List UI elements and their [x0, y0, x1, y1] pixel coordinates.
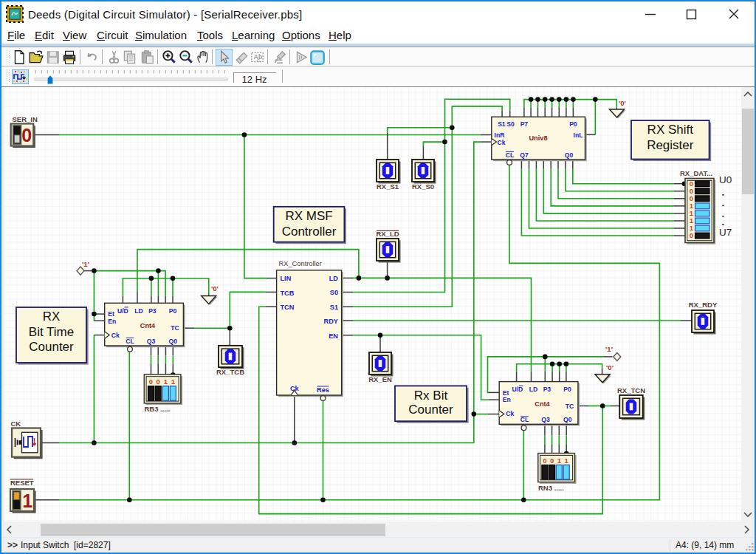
svg-text:Q0: Q0	[565, 151, 574, 159]
svg-text:Rx Bit: Rx Bit	[414, 389, 448, 403]
svg-text:SER_IN: SER_IN	[13, 115, 38, 123]
svg-text:'0': '0'	[619, 99, 626, 107]
svg-text:RX_TCN: RX_TCN	[617, 386, 645, 394]
svg-text:1: 1	[164, 377, 168, 386]
svg-text:TCB: TCB	[281, 290, 295, 297]
svg-text:Register: Register	[647, 138, 694, 152]
svg-text:S1: S1	[330, 304, 338, 311]
svg-text:TC: TC	[171, 324, 179, 332]
svg-text:c: c	[256, 57, 259, 64]
svg-text:RX_Controller: RX_Controller	[279, 260, 322, 267]
svg-text:Univ8: Univ8	[529, 134, 547, 142]
svg-text:'1': '1'	[82, 260, 89, 268]
svg-text:P0: P0	[569, 120, 577, 128]
svg-text:Ck: Ck	[498, 139, 506, 146]
svg-text:Q7: Q7	[520, 151, 529, 159]
svg-text:1: 1	[22, 490, 32, 511]
svg-text:CL: CL	[506, 151, 514, 159]
svg-text:Et: Et	[108, 310, 114, 318]
svg-text:RX_DAT...: RX_DAT...	[680, 169, 712, 177]
svg-text:Ck: Ck	[111, 332, 120, 339]
svg-text:P3: P3	[543, 386, 551, 393]
svg-text:CL: CL	[126, 338, 134, 345]
svg-text:Cnt4: Cnt4	[535, 400, 550, 408]
svg-text:InL: InL	[574, 131, 583, 139]
svg-text:'0': '0'	[211, 284, 219, 293]
svg-text:En: En	[503, 396, 511, 403]
svg-text:U0: U0	[719, 174, 732, 185]
svg-text:EN: EN	[329, 332, 338, 340]
svg-text:LD: LD	[329, 275, 339, 282]
svg-text:RX_S1: RX_S1	[377, 182, 399, 191]
svg-text:RX Shift: RX Shift	[647, 123, 694, 137]
svg-text:RB3 .....: RB3 .....	[145, 405, 171, 413]
svg-text:RX_EN: RX_EN	[368, 375, 392, 383]
svg-text:0: 0	[149, 377, 153, 386]
svg-text:1: 1	[565, 456, 569, 465]
svg-text:TC: TC	[566, 403, 574, 410]
svg-text:TCN: TCN	[281, 304, 295, 311]
svg-text:Q0: Q0	[563, 416, 572, 423]
svg-text:Bit Time: Bit Time	[29, 325, 74, 339]
svg-text:CK: CK	[11, 420, 21, 428]
svg-text:Counter: Counter	[29, 340, 74, 354]
svg-text:U/D: U/D	[117, 307, 128, 315]
svg-text:RX_RDY: RX_RDY	[689, 301, 718, 309]
svg-text:RX: RX	[43, 310, 61, 324]
svg-text:En: En	[108, 318, 116, 325]
svg-text:'1': '1'	[605, 345, 613, 353]
svg-text:U/D: U/D	[512, 386, 523, 393]
svg-text:RX_TCB: RX_TCB	[216, 368, 244, 376]
svg-text:RX MSF: RX MSF	[285, 209, 332, 223]
svg-text:0: 0	[157, 377, 160, 386]
svg-text:Q3: Q3	[541, 416, 550, 423]
svg-text:CL: CL	[520, 416, 529, 423]
svg-text:1: 1	[557, 456, 562, 465]
svg-text:LD: LD	[529, 386, 537, 393]
svg-text:RN3 .....: RN3 .....	[538, 484, 564, 492]
svg-text:RDY: RDY	[324, 318, 338, 325]
svg-text:Ck: Ck	[506, 410, 514, 417]
svg-text:Q0: Q0	[169, 338, 178, 345]
svg-text:Q3: Q3	[147, 338, 156, 345]
svg-text:S1: S1	[498, 120, 506, 128]
svg-text:Controller: Controller	[282, 225, 337, 239]
svg-text:Et: Et	[503, 389, 509, 397]
svg-text:LIN: LIN	[281, 275, 292, 282]
svg-text:0: 0	[21, 125, 32, 146]
svg-text:0: 0	[690, 231, 693, 239]
svg-text:P3: P3	[148, 307, 157, 315]
svg-text:Cnt4: Cnt4	[140, 322, 156, 329]
svg-text:'0': '0'	[606, 363, 614, 372]
svg-text:S0: S0	[330, 289, 338, 296]
svg-text:P7: P7	[520, 120, 529, 128]
svg-text:U7: U7	[719, 227, 732, 238]
svg-text:Res: Res	[317, 386, 329, 394]
svg-text:0: 0	[543, 456, 546, 465]
svg-text:P0: P0	[563, 386, 571, 393]
svg-text:1: 1	[171, 377, 176, 386]
svg-text:RX_S0: RX_S0	[412, 182, 434, 191]
svg-text:InR: InR	[495, 131, 506, 139]
svg-text:P0: P0	[169, 307, 177, 315]
svg-text:Counter: Counter	[408, 403, 453, 417]
svg-text:S0: S0	[506, 120, 515, 128]
svg-text:0: 0	[550, 456, 554, 465]
svg-text:LD: LD	[134, 307, 142, 315]
